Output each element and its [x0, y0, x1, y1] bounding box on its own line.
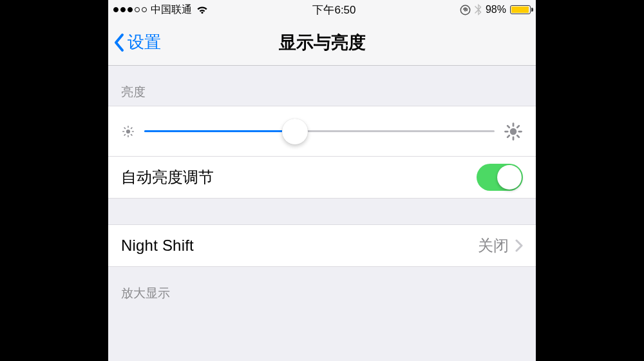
brightness-low-icon [121, 124, 135, 139]
svg-line-7 [124, 128, 125, 128]
chevron-left-icon [113, 33, 125, 52]
svg-line-19 [517, 126, 519, 128]
brightness-group: 自动亮度调节 [108, 106, 536, 199]
battery-icon [510, 5, 531, 14]
section-header-brightness: 亮度 [108, 66, 536, 106]
svg-line-16 [507, 126, 509, 128]
rotation-lock-icon [460, 5, 471, 15]
carrier-label: 中国联通 [151, 3, 192, 17]
svg-line-17 [517, 135, 519, 137]
svg-point-2 [126, 129, 130, 133]
chevron-right-icon [515, 239, 523, 252]
svg-line-8 [131, 134, 132, 135]
wifi-icon [196, 5, 209, 14]
svg-line-18 [507, 135, 509, 137]
signal-strength-icon [113, 7, 147, 12]
brightness-slider-row [108, 106, 536, 156]
night-shift-value: 关闭 [478, 235, 509, 256]
svg-point-0 [460, 5, 469, 14]
brightness-slider[interactable] [144, 119, 495, 144]
bluetooth-icon [475, 4, 482, 15]
auto-brightness-label: 自动亮度调节 [121, 167, 214, 188]
night-shift-group: Night Shift 关闭 [108, 224, 536, 267]
auto-brightness-row: 自动亮度调节 [108, 156, 536, 199]
slider-thumb[interactable] [282, 119, 308, 144]
night-shift-row[interactable]: Night Shift 关闭 [108, 224, 536, 267]
brightness-high-icon [504, 122, 523, 141]
back-label: 设置 [128, 31, 161, 54]
page-title: 显示与亮度 [108, 31, 536, 54]
back-button[interactable]: 设置 [108, 31, 161, 54]
battery-percentage: 98% [486, 4, 506, 15]
status-bar: 中国联通 下午6:50 98% [108, 0, 536, 19]
svg-line-10 [131, 128, 132, 128]
night-shift-label: Night Shift [121, 237, 194, 255]
auto-brightness-toggle[interactable] [477, 164, 523, 191]
svg-point-11 [510, 128, 517, 135]
nav-bar: 设置 显示与亮度 [108, 19, 536, 66]
section-header-zoom: 放大显示 [108, 267, 536, 307]
svg-line-9 [124, 134, 125, 135]
status-time: 下午6:50 [312, 3, 355, 17]
svg-rect-1 [464, 9, 466, 10]
